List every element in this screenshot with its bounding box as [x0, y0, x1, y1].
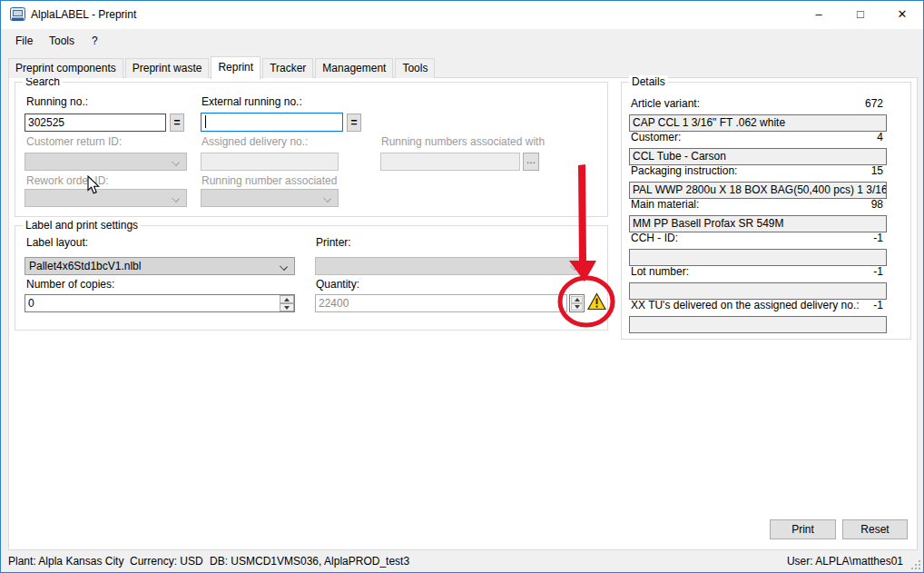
title-bar: AlplaLABEL - Preprint – □ ✕ [1, 1, 923, 29]
tab-tools[interactable]: Tools [395, 58, 435, 78]
cch-id-number: -1 [873, 232, 883, 244]
customer-return-id-combobox[interactable] [25, 153, 187, 171]
window-title: AlplaLABEL - Preprint [31, 1, 136, 29]
label-print-settings-group: Label and print settings Label layout: P… [15, 225, 608, 331]
cch-id-value [629, 249, 887, 266]
lot-number-label: Lot number: [631, 265, 689, 278]
app-icon [10, 7, 25, 23]
tab-preprint-waste[interactable]: Preprint waste [125, 58, 210, 78]
close-button[interactable]: ✕ [881, 1, 923, 28]
chevron-down-icon [280, 262, 288, 271]
status-currency: Currency: USD [130, 551, 203, 572]
number-of-copies-label: Number of copies: [26, 278, 114, 291]
quantity-input[interactable]: 22400 [315, 294, 567, 312]
lot-number-value [629, 282, 887, 300]
running-no-equals-button[interactable]: = [170, 114, 184, 132]
article-variant-number: 672 [865, 97, 883, 110]
main-material-number: 98 [871, 198, 883, 211]
label-print-settings-title: Label and print settings [23, 219, 141, 232]
tus-delivered-number: -1 [873, 299, 883, 311]
running-number-associated-label: Running number associated [202, 174, 337, 187]
spin-down-icon[interactable] [280, 303, 294, 311]
print-button[interactable]: Print [770, 519, 836, 539]
packaging-instruction-number: 15 [871, 164, 883, 177]
chevron-down-icon [172, 194, 180, 203]
status-bar: Plant: Alpla Kansas City Currency: USD D… [1, 551, 923, 572]
warning-icon [587, 292, 606, 311]
reset-button[interactable]: Reset [842, 519, 908, 539]
number-of-copies-spinner[interactable] [280, 295, 294, 311]
running-numbers-associated-with-input[interactable] [380, 153, 520, 171]
spin-up-icon[interactable] [571, 296, 583, 303]
spin-up-icon[interactable] [280, 295, 294, 303]
packaging-instruction-label: Packaging instruction: [631, 164, 737, 177]
menu-bar: File Tools ? [1, 29, 923, 53]
resize-grip-icon[interactable] [910, 559, 921, 570]
external-running-no-label: External running no.: [202, 95, 302, 108]
text-caret [205, 115, 206, 128]
tab-strip: Preprint components Preprint waste Repri… [8, 55, 437, 78]
menu-file[interactable]: File [15, 29, 33, 53]
reprint-tab-page: Search Running no.: 302525 = External ru… [8, 77, 918, 550]
number-of-copies-input[interactable]: 0 [25, 294, 295, 312]
quantity-spinner[interactable] [569, 294, 585, 312]
customer-label: Customer: [631, 131, 681, 143]
status-user: User: ALPLA\matthes01 [787, 551, 903, 572]
external-running-no-input[interactable] [201, 113, 343, 132]
chevron-down-icon [172, 158, 180, 166]
details-group-title: Details [629, 75, 668, 88]
cch-id-label: CCH - ID: [631, 232, 678, 244]
tab-management[interactable]: Management [315, 58, 393, 78]
chevron-down-icon [323, 194, 331, 203]
maximize-button[interactable]: □ [840, 1, 881, 28]
rework-order-id-label: Rework order ID: [26, 174, 109, 187]
lot-number-number: -1 [873, 265, 883, 278]
tab-tracker[interactable]: Tracker [262, 58, 313, 78]
search-group: Search Running no.: 302525 = External ru… [15, 82, 608, 217]
running-no-label: Running no.: [26, 95, 88, 108]
chevron-down-icon [570, 262, 578, 271]
assigned-delivery-no-input[interactable] [201, 153, 339, 171]
tus-delivered-label: XX TU's delivered on the assigned delive… [631, 299, 860, 311]
customer-return-id-label: Customer return ID: [26, 135, 122, 148]
running-no-input[interactable]: 302525 [25, 114, 166, 132]
spin-down-icon[interactable] [571, 303, 583, 311]
running-numbers-associated-with-label: Running numbers associated with [381, 135, 545, 148]
status-db: DB: USMCD1VMS036, AlplaPROD_test3 [210, 551, 409, 572]
article-variant-value: CAP CCL 1 3/16" FT .062 white [629, 114, 887, 132]
running-numbers-browse-button[interactable]: ... [523, 153, 539, 171]
quantity-label: Quantity: [316, 278, 359, 291]
tus-delivered-value [629, 316, 887, 333]
tab-reprint[interactable]: Reprint [211, 56, 260, 79]
minimize-button[interactable]: – [798, 1, 840, 28]
external-running-no-equals-button[interactable]: = [347, 114, 361, 132]
main-material-value: MM PP Basell Profax SR 549M [629, 215, 887, 232]
main-material-label: Main material: [631, 198, 699, 211]
packaging-instruction-value: PAL WWP 2800u X 18 BOX BAG(50,400 pcs) 1… [629, 182, 887, 199]
app-window: AlplaLABEL - Preprint – □ ✕ File Tools ?… [0, 0, 924, 573]
status-plant: Plant: Alpla Kansas City [8, 551, 123, 572]
article-variant-label: Article variant: [631, 97, 700, 110]
customer-value: CCL Tube - Carson [629, 148, 887, 165]
rework-order-id-combobox[interactable] [25, 189, 187, 207]
customer-number: 4 [877, 131, 883, 143]
running-number-associated-combobox[interactable] [201, 189, 339, 207]
tab-preprint-components[interactable]: Preprint components [8, 58, 123, 78]
label-layout-combobox[interactable]: Pallet4x6Std1bcV1.nlbl [25, 257, 295, 275]
assigned-delivery-no-label: Assigned delivery no.: [202, 135, 308, 148]
menu-tools[interactable]: Tools [49, 29, 74, 53]
printer-label: Printer: [316, 236, 351, 249]
label-layout-label: Label layout: [26, 236, 88, 249]
details-group: Details Article variant: 672 CAP CCL 1 3… [621, 82, 911, 340]
printer-combobox[interactable] [315, 257, 585, 275]
menu-help[interactable]: ? [92, 29, 98, 53]
